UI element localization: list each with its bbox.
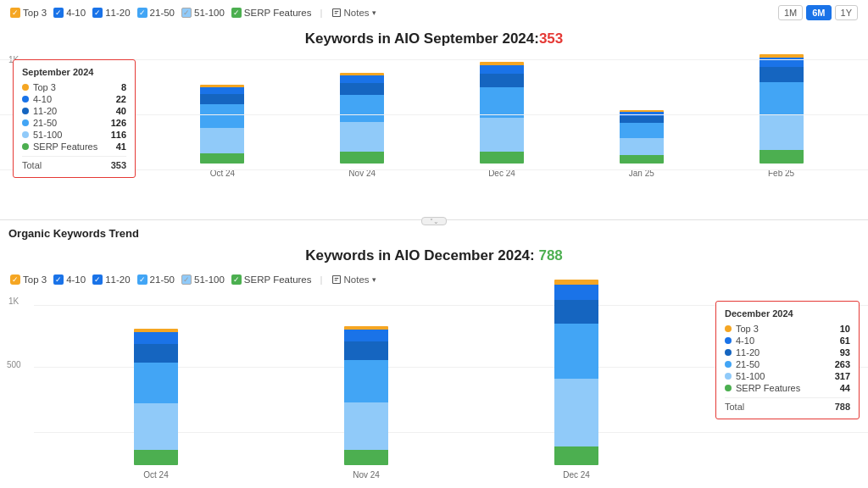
dot-51-100 bbox=[22, 131, 29, 138]
seg-21-50 bbox=[200, 104, 244, 128]
seg-serp bbox=[200, 153, 244, 164]
bar-oct24[interactable]: Oct 24 bbox=[200, 85, 244, 178]
tooltip-row-21-50: 21-50 126 bbox=[22, 118, 126, 128]
top-bars-row: Oct 24 Nov 24 bbox=[136, 54, 868, 178]
tooltip-row-51-100: 51-100 116 bbox=[22, 130, 126, 140]
bottom-chart-section: Organic Keywords Trend Keywords in AIO D… bbox=[0, 220, 868, 488]
drag-handle[interactable]: ⌄ bbox=[421, 217, 447, 225]
bot-tooltip-row-4-10: 4-10 61 bbox=[725, 336, 850, 346]
filter-11-20[interactable]: ✓ 11-20 bbox=[92, 8, 130, 18]
filter-top3[interactable]: ✓ Top 3 bbox=[10, 8, 47, 18]
dot-11-20 bbox=[22, 108, 29, 114]
dot-serp bbox=[22, 143, 29, 150]
separator: | bbox=[320, 8, 323, 18]
bot-filter-top3[interactable]: ✓ Top 3 bbox=[10, 274, 47, 285]
bot-dot-21-50 bbox=[725, 361, 732, 368]
bot-dot-11-20 bbox=[725, 349, 732, 356]
svg-rect-0 bbox=[332, 9, 340, 17]
time-1m[interactable]: 1M bbox=[778, 5, 803, 20]
filter-51-100[interactable]: ✓ 51-100 bbox=[181, 8, 225, 18]
bottom-tooltip: December 2024 Top 3 10 4-10 61 11-20 93 bbox=[715, 301, 860, 419]
bot-bars-row: Oct 24 Nov 24 bbox=[34, 340, 698, 480]
seg-4-10 bbox=[200, 87, 244, 94]
bot-dot-4-10 bbox=[725, 337, 732, 344]
top-chart-area: 1K September 2024 Top 3 8 4-10 22 11-20 bbox=[0, 51, 868, 191]
dot-4-10 bbox=[22, 96, 29, 103]
tooltip-total: Total 353 bbox=[22, 156, 126, 170]
time-6m[interactable]: 6M bbox=[806, 5, 831, 20]
bot-bar-dec24[interactable]: Dec 24 bbox=[554, 280, 598, 480]
dot-top3 bbox=[22, 84, 29, 91]
bot-filter-21-50[interactable]: ✓ 21-50 bbox=[137, 274, 175, 285]
top-chart-title: Keywords in AIO September 2024:353 bbox=[0, 25, 868, 51]
bot-y-500: 500 bbox=[7, 360, 21, 369]
bot-separator: | bbox=[320, 274, 323, 285]
bottom-filter-bar: ✓ Top 3 ✓ 4-10 ✓ 11-20 ✓ 21-50 bbox=[0, 269, 387, 290]
top-chart-section: ✓ Top 3 ✓ 4-10 ✓ 11-20 ✓ 21-50 bbox=[0, 0, 868, 220]
bottom-chart-body: 1K 500 Oct 24 bbox=[0, 292, 868, 488]
bot-bar-nov24[interactable]: Nov 24 bbox=[344, 326, 388, 480]
bot-tooltip-total: Total 788 bbox=[725, 397, 850, 412]
filter-serp-features[interactable]: ✓ SERP Features bbox=[231, 8, 312, 18]
bar-feb25[interactable]: Feb 25 bbox=[760, 54, 804, 178]
bar-jan25[interactable]: Jan 25 bbox=[620, 110, 664, 178]
dot-21-50 bbox=[22, 119, 29, 126]
time-controls: 1M 6M 1Y bbox=[778, 5, 858, 20]
top-tooltip: September 2024 Top 3 8 4-10 22 11-20 40 bbox=[13, 59, 136, 178]
top-filter-bar: ✓ Top 3 ✓ 4-10 ✓ 11-20 ✓ 21-50 bbox=[0, 0, 868, 25]
bot-dot-top3 bbox=[725, 325, 732, 332]
bot-dot-51-100 bbox=[725, 373, 732, 380]
svg-rect-3 bbox=[332, 276, 340, 284]
bot-filter-4-10[interactable]: ✓ 4-10 bbox=[53, 274, 86, 285]
bot-tooltip-row-51-100: 51-100 317 bbox=[725, 371, 850, 381]
tooltip-row-4-10: 4-10 22 bbox=[22, 94, 126, 104]
bot-dot-serp bbox=[725, 385, 732, 391]
bar-dec24[interactable]: Dec 24 bbox=[480, 62, 524, 178]
page-wrapper: ✓ Top 3 ✓ 4-10 ✓ 11-20 ✓ 21-50 bbox=[0, 0, 868, 488]
bot-bar-oct24[interactable]: Oct 24 bbox=[134, 329, 178, 480]
filter-21-50[interactable]: ✓ 21-50 bbox=[137, 8, 175, 18]
bot-tooltip-row-21-50: 21-50 263 bbox=[725, 359, 850, 369]
bot-y-1k: 1K bbox=[8, 297, 19, 306]
tooltip-row-top3: Top 3 8 bbox=[22, 82, 126, 92]
bot-filter-serp[interactable]: ✓ SERP Features bbox=[231, 274, 312, 285]
filter-4-10[interactable]: ✓ 4-10 bbox=[53, 8, 86, 18]
seg-11-20 bbox=[200, 94, 244, 104]
bar-nov24[interactable]: Nov 24 bbox=[340, 73, 384, 178]
seg-51-100 bbox=[200, 128, 244, 153]
notes-button[interactable]: Notes ▾ bbox=[331, 8, 376, 18]
organic-keywords-label: Organic Keywords Trend bbox=[8, 227, 139, 240]
bot-tooltip-row-serp: SERP Features 44 bbox=[725, 383, 850, 393]
bot-tooltip-row-top3: Top 3 10 bbox=[725, 324, 850, 334]
bot-filter-51-100[interactable]: ✓ 51-100 bbox=[181, 274, 225, 285]
tooltip-row-serp: SERP Features 41 bbox=[22, 141, 126, 152]
bot-filter-11-20[interactable]: ✓ 11-20 bbox=[92, 274, 130, 285]
tooltip-row-11-20: 11-20 40 bbox=[22, 106, 126, 116]
time-1y[interactable]: 1Y bbox=[835, 5, 858, 20]
bot-notes-button[interactable]: Notes ▾ bbox=[331, 274, 376, 285]
bot-tooltip-row-11-20: 11-20 93 bbox=[725, 347, 850, 358]
